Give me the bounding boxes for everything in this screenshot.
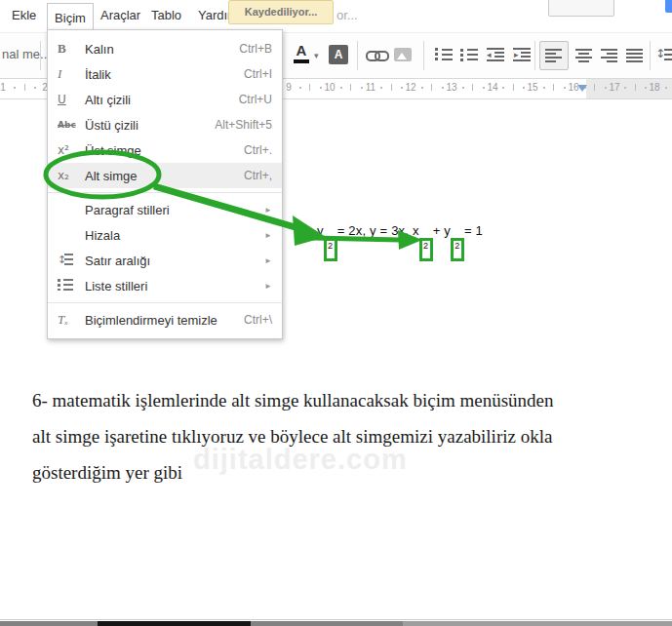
text-color-icon: A	[290, 42, 313, 59]
align-left-button[interactable]	[539, 41, 569, 70]
bold-icon: B	[58, 41, 85, 57]
menu-item-kalin[interactable]: B Kalın Ctrl+B	[48, 36, 282, 61]
align-right-button[interactable]	[601, 49, 617, 62]
menu-item-alt-simge[interactable]: x₂ Alt simge Ctrl+,	[48, 163, 282, 188]
menu-item-label: Satır aralığı	[85, 254, 264, 268]
ruler-tick	[442, 87, 444, 89]
ruler-tick	[421, 87, 423, 89]
format-menu-dropdown: B Kalın Ctrl+B I İtalik Ctrl+I U Altı çi…	[47, 29, 283, 339]
vertical-arrows-icon: ↕	[58, 254, 66, 266]
numbered-list-button[interactable]	[435, 48, 453, 61]
menu-item-label: Üstü çizili	[85, 118, 215, 133]
menu-araclar[interactable]: Araçlar	[100, 8, 140, 22]
paragraph-line: alt simge işaretine tıklıyoruz ve böylec…	[32, 418, 656, 454]
menu-bicim-label: Biçim	[55, 11, 86, 25]
ruler-tick	[299, 87, 301, 89]
menu-item-shortcut: Ctrl+I	[244, 67, 272, 81]
ruler-number: 15	[527, 82, 537, 93]
ruler-number: 10	[324, 82, 335, 93]
ruler-tick	[513, 84, 514, 91]
toolbar-separator	[40, 41, 41, 70]
ruler-tick	[523, 87, 525, 89]
ruler-tick	[502, 87, 504, 89]
toolbar-separator	[357, 41, 358, 70]
increase-indent-button[interactable]: ▸	[513, 48, 531, 61]
ruler-number: 13	[446, 82, 456, 93]
menu-separator	[48, 302, 282, 303]
submenu-arrow-icon: ►	[264, 256, 272, 265]
ruler-tick	[472, 84, 473, 91]
window-bottom-border	[0, 619, 672, 620]
subscript-highlight-box: 2	[419, 238, 433, 261]
ruler-tick	[483, 87, 485, 89]
ruler-tick	[380, 87, 382, 89]
menu-item-ust-simge[interactable]: x² Üst simge Ctrl+.	[48, 137, 282, 163]
menu-item-alti-cizili[interactable]: U Altı çizili Ctrl+U	[48, 87, 282, 112]
ruler-tick	[14, 87, 16, 89]
paragraph-line: gösterdiğim yer gibi	[32, 454, 656, 490]
right-indent-marker[interactable]	[577, 85, 587, 92]
menu-tablo[interactable]: Tablo	[151, 8, 181, 22]
scrollbar-thumb[interactable]	[98, 621, 251, 626]
text-color-button[interactable]: A	[290, 42, 313, 67]
menu-item-liste-stilleri[interactable]: Liste stilleri ►	[48, 273, 282, 298]
menu-item-ustu-cizili[interactable]: Abc Üstü çizili Alt+Shift+5	[48, 112, 282, 137]
menu-item-label: İtalik	[85, 67, 244, 82]
highlight-color-button[interactable]: A	[329, 45, 348, 64]
menu-item-satir-araligi[interactable]: ↕ Satır aralığı ►	[48, 248, 282, 273]
equation-part: = 2x, y = 3x, x	[337, 223, 419, 238]
menu-item-hizala[interactable]: Hizala ►	[48, 222, 282, 248]
ruler-tick	[462, 87, 464, 89]
ruler-tick	[605, 87, 607, 89]
ruler-number: 9	[286, 82, 292, 93]
menu-item-label: Biçimlendirmeyi temizle	[85, 313, 244, 328]
menu-item-shortcut: Ctrl+B	[239, 42, 272, 56]
share-button[interactable]	[665, 0, 672, 13]
link-icon-part	[375, 51, 389, 61]
line-spacing-button[interactable]: ↕	[655, 48, 672, 61]
horizontal-scrollbar[interactable]	[0, 621, 672, 626]
italic-icon: I	[58, 66, 85, 82]
strikethrough-icon: Abc	[58, 120, 85, 130]
paragraph-style-selector[interactable]: nal me...	[2, 47, 51, 61]
ruler-tick	[340, 87, 342, 89]
menu-item-bicimlendirmeyi-temizle[interactable]: Tₓ Biçimlendirmeyi temizle Ctrl+\	[48, 307, 282, 333]
text-color-swatch	[294, 59, 309, 63]
line-spacing-icon: ↕	[58, 254, 85, 268]
submenu-arrow-icon: ►	[264, 282, 272, 291]
google-docs-window: Ekle Araçlar Tablo Yardım Biçim Kaydedil…	[0, 0, 672, 626]
submenu-arrow-icon: ►	[264, 206, 272, 215]
paragraph-line: 6- matematik işlemlerinde alt simge kull…	[32, 382, 656, 418]
align-center-button[interactable]	[575, 49, 592, 62]
equation-text[interactable]: y2= 2x, y = 3x, x2+ y2= 1	[317, 223, 483, 261]
ruler-tick	[564, 87, 566, 89]
ruler-tick	[665, 87, 667, 89]
insert-link-button[interactable]	[366, 51, 391, 62]
menu-item-label: Hizala	[85, 228, 264, 243]
comments-button[interactable]	[548, 0, 614, 17]
ruler-number: 18	[649, 82, 659, 93]
menu-item-shortcut: Ctrl+\	[244, 313, 272, 327]
chevron-down-icon[interactable]: ▾	[314, 51, 319, 60]
decrease-indent-button[interactable]: ◂	[487, 48, 504, 61]
toolbar-separator	[534, 41, 535, 70]
vertical-arrows-icon: ↕	[655, 47, 665, 60]
document-paragraph[interactable]: 6- matematik işlemlerinde alt simge kull…	[32, 382, 656, 490]
menu-ekle[interactable]: Ekle	[12, 8, 36, 22]
insert-image-button[interactable]	[394, 48, 412, 61]
ruler-tick	[350, 84, 351, 91]
toolbar-separator	[423, 41, 424, 70]
superscript-icon: x²	[58, 143, 85, 157]
justify-button[interactable]	[626, 49, 643, 62]
bulleted-list-button[interactable]	[460, 48, 478, 61]
saving-status-text: or...	[336, 8, 358, 22]
menu-item-label: Üst simge	[85, 143, 244, 158]
menu-item-italik[interactable]: I İtalik Ctrl+I	[48, 61, 282, 87]
menu-item-label: Alt simge	[85, 169, 244, 183]
menu-item-paragraf-stilleri[interactable]: Paragraf stilleri ►	[48, 197, 282, 222]
menu-item-shortcut: Ctrl+U	[239, 93, 272, 106]
clear-formatting-icon: Tₓ	[58, 312, 85, 328]
equation-part: + y	[433, 223, 451, 238]
subscript-highlight-box: 2	[451, 238, 464, 261]
ruler-tick	[309, 84, 310, 91]
